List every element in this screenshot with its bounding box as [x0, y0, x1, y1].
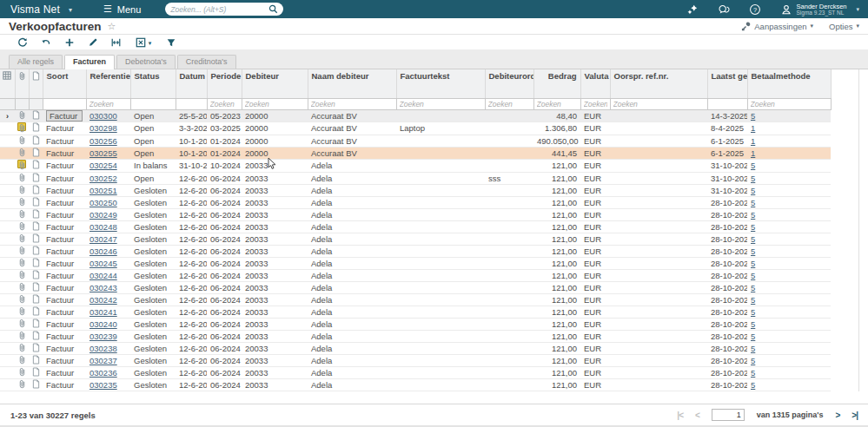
betaal-link[interactable]: 5 — [751, 344, 755, 353]
filter-cell-periode[interactable] — [207, 98, 242, 109]
filter-input-datum[interactable] — [176, 99, 207, 109]
apps-sparkle-icon[interactable] — [686, 3, 699, 16]
filter-cell-betaal[interactable] — [747, 98, 831, 109]
betaal-link[interactable]: 5 — [751, 307, 755, 317]
cell-ref[interactable]: 030298 — [86, 122, 130, 135]
betaal-link[interactable]: 1 — [751, 136, 755, 146]
note-icon[interactable] — [29, 109, 43, 122]
cell-ref[interactable]: 030242 — [86, 293, 130, 305]
filter-input-tekst[interactable] — [397, 99, 485, 109]
cell-betaal[interactable]: 5 — [747, 208, 831, 220]
filter-cell-valuta[interactable] — [580, 98, 610, 109]
ref-link[interactable]: 030298 — [89, 123, 117, 133]
table-row[interactable]: Factuur030251Gesloten12-6-202406-2024200… — [0, 184, 831, 196]
paperclip-icon[interactable] — [15, 305, 29, 318]
cell-betaal[interactable]: 5 — [747, 318, 831, 330]
note-icon[interactable] — [29, 378, 43, 391]
betaal-link[interactable]: 5 — [751, 295, 755, 305]
table-row[interactable]: Factuur030248Gesloten12-6-202406-2024200… — [0, 220, 831, 233]
ref-link[interactable]: 030242 — [89, 295, 117, 305]
cell-betaal[interactable]: 5 — [747, 269, 831, 281]
column-header-periode[interactable]: Periode — [207, 69, 242, 98]
cell-ref[interactable]: 030250 — [86, 196, 130, 208]
global-search-input[interactable] — [170, 5, 265, 14]
betaal-link[interactable]: 5 — [751, 283, 755, 292]
table-row[interactable]: Factuur030238Gesloten12-6-202406-2024200… — [0, 342, 831, 354]
filter-cell-oorspr[interactable] — [610, 98, 707, 109]
column-header-ref[interactable]: Referentienr. — [86, 69, 130, 98]
cell-betaal[interactable]: 5 — [747, 342, 831, 354]
column-header-order[interactable]: Debiteurorde — [485, 69, 533, 98]
ref-link[interactable]: 030244 — [89, 271, 117, 280]
ref-link[interactable]: 030246 — [89, 246, 117, 256]
paperclip-icon[interactable] — [15, 257, 29, 269]
edit-pencil-button[interactable] — [81, 36, 104, 49]
ref-link[interactable]: 030249 — [89, 210, 117, 220]
cell-betaal[interactable]: 1 — [747, 135, 831, 147]
ref-link[interactable]: 030241 — [89, 307, 117, 317]
user-menu[interactable]: Sander Dercksen Sigma 9.23_ST NL ▾ — [780, 3, 859, 16]
betaal-link[interactable]: 5 — [751, 246, 755, 256]
cell-ref[interactable]: 030251 — [86, 184, 130, 196]
ref-link[interactable]: 030255 — [89, 148, 117, 158]
ref-link[interactable]: 030251 — [89, 186, 117, 195]
cell-ref[interactable]: 030241 — [86, 305, 130, 318]
table-row[interactable]: Factuur030255Open10-1-202401-202420000Ac… — [0, 147, 831, 159]
betaal-link[interactable]: 5 — [751, 356, 755, 365]
cell-betaal[interactable]: 5 — [747, 245, 831, 257]
cell-betaal[interactable]: 1 — [747, 147, 831, 159]
betaal-link[interactable]: 5 — [751, 186, 755, 195]
note-icon[interactable] — [29, 305, 43, 318]
first-page-button[interactable]: |< — [677, 411, 683, 420]
cell-ref[interactable]: 030247 — [86, 233, 130, 245]
ref-link[interactable]: 030300 — [89, 111, 117, 121]
filter-input-bedrag[interactable] — [534, 99, 580, 109]
paperclip-icon[interactable] — [15, 245, 29, 257]
filter-cell-bedrag[interactable] — [533, 98, 580, 109]
table-row[interactable]: Factuur030237Gesloten12-6-202406-2024200… — [0, 354, 831, 366]
ref-link[interactable]: 030238 — [89, 344, 117, 353]
filter-cell-debiteur[interactable] — [242, 98, 308, 109]
note-icon[interactable] — [29, 330, 43, 342]
cell-betaal[interactable]: 5 — [747, 281, 831, 293]
note-icon[interactable] — [29, 233, 43, 245]
ref-link[interactable]: 030235 — [89, 380, 117, 390]
filter-input-ref[interactable] — [87, 99, 130, 109]
table-row[interactable]: Factuur030254In balans31-10-202410-20242… — [0, 159, 831, 172]
cell-ref[interactable]: 030254 — [86, 159, 130, 172]
table-row[interactable]: Factuur030298Open3-3-202503-202520000Acc… — [0, 122, 831, 135]
filter-cell-tekst[interactable] — [396, 98, 485, 109]
ref-link[interactable]: 030240 — [89, 319, 117, 329]
ref-link[interactable]: 030248 — [89, 222, 117, 232]
undo-button[interactable] — [34, 36, 57, 49]
cell-betaal[interactable]: 5 — [747, 354, 831, 366]
column-header-betaal[interactable]: Betaalmethode — [747, 69, 831, 98]
favorite-star-icon[interactable]: ☆ — [108, 21, 116, 32]
filter-button[interactable] — [159, 36, 182, 49]
paperclip-icon[interactable] — [15, 293, 29, 305]
column-header-debiteur[interactable]: Debiteur — [242, 69, 308, 98]
paperclip-icon[interactable] — [15, 109, 29, 122]
ref-link[interactable]: 030236 — [89, 368, 117, 378]
chat-icon[interactable] — [718, 3, 730, 16]
table-row[interactable]: Factuur030239Gesloten12-6-202406-2024200… — [0, 330, 831, 342]
paperclip-icon[interactable] — [15, 135, 29, 147]
tab-facturen[interactable]: Facturen — [64, 55, 115, 69]
note-icon[interactable] — [29, 159, 43, 172]
paperclip-icon[interactable] — [15, 318, 29, 330]
fit-width-button[interactable] — [104, 36, 128, 49]
filter-input-oorspr[interactable] — [611, 99, 707, 109]
brand-visma-net[interactable]: Visma Net — [10, 3, 60, 16]
cell-betaal[interactable]: 5 — [747, 305, 831, 318]
table-row[interactable]: Factuur030235Gesloten12-6-202406-2024200… — [0, 378, 831, 391]
betaal-link[interactable]: 5 — [751, 210, 755, 220]
cell-betaal[interactable]: 5 — [747, 184, 831, 196]
cell-ref[interactable]: 030300 — [86, 109, 130, 122]
ref-link[interactable]: 030237 — [89, 356, 117, 365]
filter-input-betaal[interactable] — [748, 99, 831, 109]
note-icon[interactable] — [29, 172, 43, 184]
add-row-button[interactable] — [57, 36, 81, 49]
cell-betaal[interactable]: 5 — [747, 330, 831, 342]
note-icon[interactable] — [29, 196, 43, 208]
table-row[interactable]: Factuur030252Open12-6-202406-202420033Ad… — [0, 172, 831, 184]
